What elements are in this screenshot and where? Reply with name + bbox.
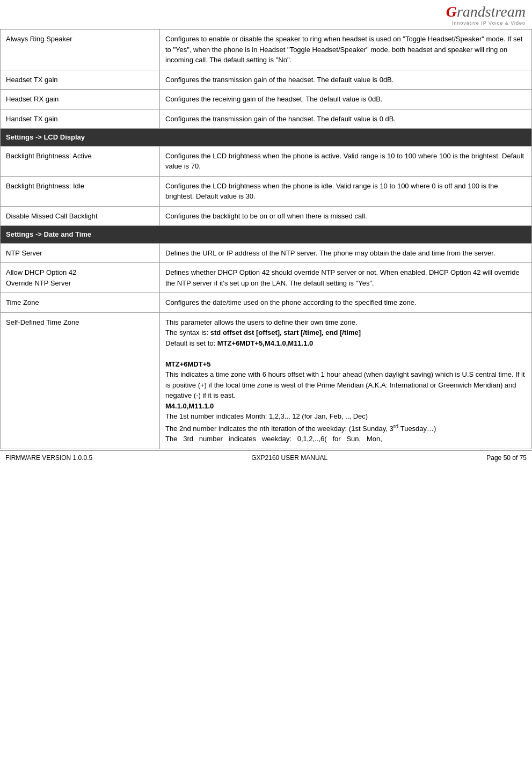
- footer-page: Page 50 of 75: [486, 454, 527, 462]
- row-desc-self-defined: This parameter allows the users to defin…: [160, 312, 532, 449]
- table-row: Self-Defined Time Zone This parameter al…: [1, 312, 532, 449]
- table-row: Headset RX gain Configures the receiving…: [1, 90, 532, 109]
- row-desc: Configures to enable or disable the spea…: [160, 30, 532, 70]
- footer: FIRMWARE VERSION 1.0.0.5 GXP2160 USER MA…: [0, 450, 532, 465]
- table-row: Backlight Brightness: Active Configures …: [1, 146, 532, 176]
- logo: Grandstream: [446, 3, 526, 20]
- row-label: Headset TX gain: [1, 70, 160, 90]
- row-label: Headset RX gain: [1, 90, 160, 109]
- row-label: NTP Server: [1, 243, 160, 263]
- footer-manual: GXP2160 USER MANUAL: [251, 454, 327, 462]
- row-desc: Configures the LCD brightness when the p…: [160, 176, 532, 206]
- logo-tagline: Innovative IP Voice & Video: [446, 20, 526, 26]
- row-desc: Configures the LCD brightness when the p…: [160, 146, 532, 176]
- default-bold: MTZ+6MDT+5,M4.1.0,M11.1.0: [217, 339, 313, 347]
- table-row: Headset TX gain Configures the transmiss…: [1, 70, 532, 90]
- row-desc: Defines the URL or IP address of the NTP…: [160, 243, 532, 263]
- row-label: Backlight Brightness: Idle: [1, 176, 160, 206]
- row-label: Always Ring Speaker: [1, 30, 160, 70]
- table-row: Disable Missed Call Backlight Configures…: [1, 206, 532, 226]
- row-label: Allow DHCP Option 42 Override NTP Server: [1, 263, 160, 293]
- content-table: Always Ring Speaker Configures to enable…: [0, 29, 532, 449]
- table-row: NTP Server Defines the URL or IP address…: [1, 243, 532, 263]
- section-title: Settings -> LCD Display: [1, 129, 532, 147]
- syntax-bold: std offset dst [offset], start [/time], …: [210, 328, 361, 337]
- section-header-date: Settings -> Date and Time: [1, 226, 532, 244]
- table-row: Always Ring Speaker Configures to enable…: [1, 30, 532, 70]
- row-label: Handset TX gain: [1, 109, 160, 129]
- row-desc: Defines whether DHCP Option 42 should ov…: [160, 263, 532, 293]
- table-row: Allow DHCP Option 42 Override NTP Server…: [1, 263, 532, 293]
- row-label: Disable Missed Call Backlight: [1, 206, 160, 226]
- row-desc: Configures the receiving gain of the hea…: [160, 90, 532, 109]
- section-header-lcd: Settings -> LCD Display: [1, 129, 532, 147]
- row-desc: Configures the backlight to be on or off…: [160, 206, 532, 226]
- row-desc: Configures the date/time used on the pho…: [160, 293, 532, 313]
- m4-bold: M4.1.0,M11.1.0: [165, 402, 214, 410]
- table-row: Time Zone Configures the date/time used …: [1, 293, 532, 313]
- table-row: Backlight Brightness: Idle Configures th…: [1, 176, 532, 206]
- section-title: Settings -> Date and Time: [1, 226, 532, 244]
- table-row: Handset TX gain Configures the transmiss…: [1, 109, 532, 129]
- superscript-rd: rd: [393, 423, 399, 429]
- row-label: Self-Defined Time Zone: [1, 312, 160, 449]
- footer-firmware: FIRMWARE VERSION 1.0.0.5: [5, 454, 92, 462]
- row-desc: Configures the transmission gain of the …: [160, 70, 532, 90]
- row-desc: Configures the transmission gain of the …: [160, 109, 532, 129]
- row-label: Time Zone: [1, 293, 160, 313]
- logo-area: Grandstream Innovative IP Voice & Video: [0, 0, 532, 29]
- row-label: Backlight Brightness: Active: [1, 146, 160, 176]
- mtz-bold: MTZ+6MDT+5: [165, 360, 211, 368]
